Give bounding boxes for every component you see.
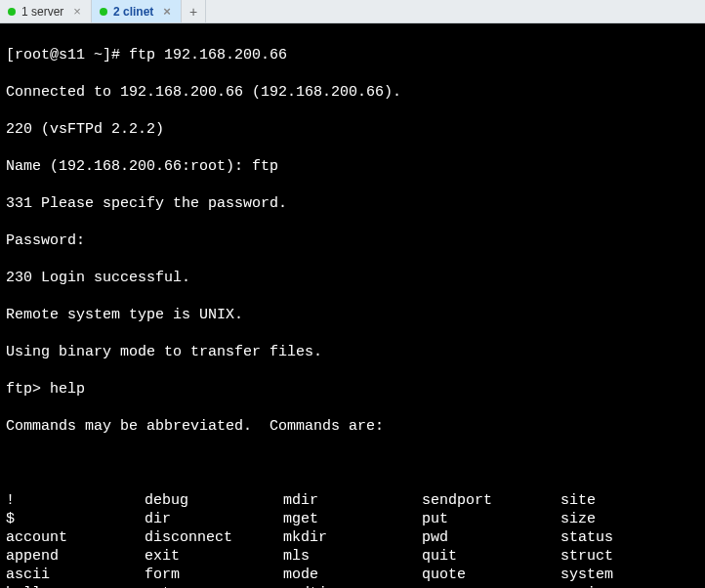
- command-name: pwd: [422, 528, 560, 547]
- command-name: site: [560, 491, 699, 510]
- shell-prompt: [root@s11 ~]#: [6, 47, 129, 63]
- command-name: account: [6, 528, 145, 547]
- terminal-line: 331 Please specify the password.: [6, 194, 699, 213]
- command-name: append: [6, 547, 145, 566]
- terminal-line: [6, 454, 699, 473]
- command-row: appendexitmlsquitstruct: [6, 547, 699, 566]
- command-name: get: [145, 584, 283, 588]
- terminal-line: Using binary mode to transfer files.: [6, 343, 699, 361]
- tab-clinet[interactable]: 2 clinet ×: [92, 0, 182, 22]
- plus-icon: +: [189, 4, 197, 20]
- command-row: $dirmgetputsize: [6, 510, 699, 528]
- status-dot-icon: [8, 8, 16, 16]
- command-name: status: [560, 528, 699, 547]
- terminal-line: Remote system type is UNIX.: [6, 306, 699, 324]
- terminal-line: Name (192.168.200.66:root): ftp: [6, 157, 699, 176]
- command-name: mode: [283, 566, 422, 584]
- terminal-line: Connected to 192.168.200.66 (192.168.200…: [6, 83, 699, 102]
- close-icon[interactable]: ×: [73, 4, 81, 19]
- command-name: exit: [145, 547, 283, 566]
- command-name: size: [560, 510, 699, 528]
- command-name: quote: [422, 566, 560, 584]
- command-row: !debugmdirsendportsite: [6, 491, 699, 510]
- command-name: bell: [6, 584, 145, 588]
- command-row: asciiformmodequotesystem: [6, 566, 699, 584]
- tab-bar: 1 server × 2 clinet × +: [0, 0, 705, 23]
- command-name: debug: [145, 491, 283, 510]
- command-name: put: [422, 510, 560, 528]
- command-name: ascii: [6, 566, 145, 584]
- command-name: mget: [283, 510, 422, 528]
- command-name: mdir: [283, 491, 422, 510]
- ftp-help-commands: !debugmdirsendportsite$dirmgetputsizeacc…: [6, 491, 699, 588]
- command-row: accountdisconnectmkdirpwdstatus: [6, 528, 699, 547]
- tab-label: 1 server: [21, 5, 63, 19]
- tab-label: 2 clinet: [113, 5, 153, 19]
- command-name: $: [6, 510, 145, 528]
- command-name: recv: [422, 584, 560, 588]
- command-row: bellgetmodtimerecvsunique: [6, 584, 699, 588]
- ftp-command: help: [50, 381, 85, 398]
- terminal-line: ftp> help: [6, 380, 699, 399]
- command-name: sendport: [422, 491, 560, 510]
- terminal-line: Commands may be abbreviated. Commands ar…: [6, 417, 699, 436]
- command-name: form: [145, 566, 283, 584]
- status-dot-icon: [100, 8, 107, 16]
- new-tab-button[interactable]: +: [182, 0, 206, 22]
- tab-server[interactable]: 1 server ×: [0, 0, 92, 22]
- command-name: modtime: [283, 584, 422, 588]
- terminal-line: 220 (vsFTPd 2.2.2): [6, 120, 699, 139]
- command-name: system: [560, 566, 699, 584]
- terminal[interactable]: [root@s11 ~]# ftp 192.168.200.66 Connect…: [0, 23, 705, 588]
- close-icon[interactable]: ×: [163, 4, 171, 19]
- command-name: !: [6, 491, 145, 510]
- command-name: sunique: [560, 584, 699, 588]
- command-name: dir: [145, 510, 283, 528]
- shell-command: ftp 192.168.200.66: [129, 47, 287, 63]
- terminal-line: 230 Login successful.: [6, 269, 699, 287]
- command-name: mls: [283, 547, 422, 566]
- command-name: disconnect: [145, 528, 283, 547]
- command-name: quit: [422, 547, 560, 566]
- command-name: struct: [560, 547, 699, 566]
- terminal-line: Password:: [6, 231, 699, 250]
- command-name: mkdir: [283, 528, 422, 547]
- ftp-prompt: ftp>: [6, 381, 50, 398]
- terminal-line: [root@s11 ~]# ftp 192.168.200.66: [6, 46, 699, 64]
